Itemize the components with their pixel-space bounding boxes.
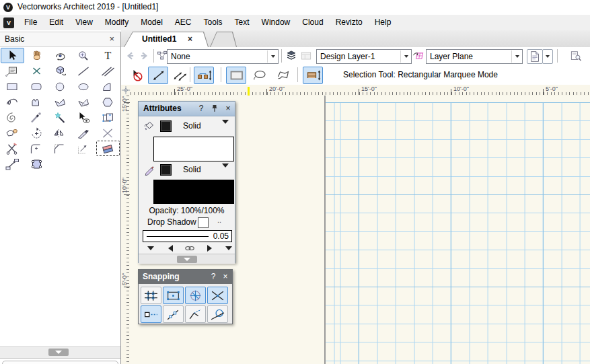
Help[interactable]: Help (369, 15, 398, 30)
help-button[interactable]: ? (196, 104, 206, 113)
new-tab-stub[interactable] (210, 32, 237, 47)
drop-shadow-options[interactable]: .. (217, 216, 221, 224)
layer-plane-select[interactable]: Layer Plane (426, 49, 523, 64)
double-line-tool[interactable] (96, 63, 120, 79)
connect-combine-tool[interactable] (24, 156, 48, 172)
tab-untitled1[interactable]: Untitled1 × (124, 32, 209, 47)
AEC[interactable]: AEC (169, 15, 198, 30)
drag-symbol-insertion-mode[interactable] (303, 67, 323, 84)
pin-icon[interactable] (211, 104, 218, 112)
freehand-tool[interactable] (1, 94, 24, 110)
pen-color-swatch[interactable] (160, 164, 172, 176)
close-icon[interactable]: × (221, 272, 230, 281)
spiral-tool[interactable] (1, 110, 24, 125)
3d-polygon-tool[interactable] (72, 94, 96, 110)
chevron-down-icon[interactable] (400, 50, 411, 63)
rectangular-marquee-mode[interactable] (226, 67, 246, 84)
Revizto[interactable]: Revizto (330, 15, 369, 30)
offset-tool[interactable] (72, 141, 96, 156)
chevron-down-icon[interactable] (511, 50, 522, 63)
fill-color-swatch[interactable] (160, 120, 172, 132)
pen-icon[interactable] (143, 163, 156, 176)
deform-tool[interactable] (1, 125, 24, 141)
duplicate-move-mode[interactable] (170, 67, 190, 84)
Text[interactable]: Text (229, 15, 256, 30)
line-tool[interactable] (72, 63, 96, 79)
Model[interactable]: Model (135, 15, 169, 30)
smart-point-snap[interactable] (141, 305, 161, 323)
attribute-dropdown-left[interactable] (145, 244, 156, 253)
eraser-tool[interactable] (96, 141, 120, 156)
drop-shadow-checkbox[interactable] (198, 217, 209, 228)
forward-button[interactable] (137, 48, 151, 63)
attributes-title-bar[interactable]: Attributes ? × (139, 102, 235, 116)
document-options-button[interactable] (527, 49, 543, 64)
text-tool[interactable] (96, 48, 120, 63)
oval-tool[interactable] (72, 79, 96, 94)
View[interactable]: View (69, 15, 99, 30)
rectangle-tool[interactable] (1, 79, 24, 94)
clip-tool[interactable] (1, 141, 24, 156)
tab-close-icon[interactable]: × (188, 34, 192, 44)
fill-preview[interactable] (153, 137, 234, 161)
saved-view-select[interactable]: None (167, 49, 279, 64)
circle-tool[interactable] (48, 79, 72, 94)
Modify[interactable]: Modify (99, 15, 135, 30)
design-layer-select[interactable]: Design Layer-1 (316, 49, 412, 64)
palette-collapse-button[interactable] (48, 349, 69, 356)
tangent-snap[interactable] (207, 305, 228, 323)
Edit[interactable]: Edit (43, 15, 69, 30)
fillet-tool[interactable] (24, 141, 48, 156)
grid-snap[interactable] (141, 287, 161, 304)
chevron-down-icon[interactable] (222, 168, 229, 180)
previous-attributes-button[interactable] (165, 244, 176, 253)
Tools[interactable]: Tools (198, 15, 229, 30)
delete-tool[interactable] (24, 63, 48, 79)
distance-snap[interactable] (163, 305, 184, 323)
translate-3d-tool[interactable] (48, 63, 72, 79)
File[interactable]: File (18, 15, 43, 30)
chamfer-tool[interactable] (48, 141, 72, 156)
attributes-collapse-button[interactable] (177, 256, 197, 263)
viewports-button[interactable] (299, 48, 313, 63)
flyover-tool[interactable] (48, 48, 72, 63)
smart-edge-snap[interactable] (185, 305, 206, 323)
link-attributes-icon[interactable] (184, 244, 195, 253)
pen-style-value[interactable]: Solid (183, 165, 201, 174)
disabled-interactive-mode[interactable] (126, 67, 147, 84)
object-snap[interactable] (163, 287, 184, 304)
clip-frame-tool[interactable] (96, 110, 120, 125)
close-icon[interactable]: × (109, 34, 114, 44)
pan-tool[interactable] (24, 48, 48, 63)
selection-tool[interactable] (1, 48, 24, 63)
document-options-dropdown[interactable] (542, 49, 553, 64)
trim-tool[interactable] (96, 125, 120, 141)
intersection-snap[interactable] (207, 287, 228, 304)
select-similar-tool[interactable] (72, 110, 96, 125)
attribute-dropdown-right[interactable] (223, 244, 234, 253)
pen-preview[interactable] (153, 180, 234, 204)
layers-button[interactable] (285, 48, 298, 63)
page-zoom-button[interactable] (569, 48, 583, 63)
close-icon[interactable]: × (223, 104, 233, 113)
polygon-tool[interactable] (48, 94, 72, 110)
move-by-points-mode[interactable] (148, 67, 168, 84)
arc-tool[interactable] (96, 79, 120, 94)
back-button[interactable] (124, 48, 137, 63)
layer-plane-button[interactable] (412, 48, 425, 63)
attribute-wand-tool[interactable] (48, 110, 72, 125)
resize-tool[interactable] (1, 156, 24, 172)
zoom-tool[interactable] (72, 48, 96, 63)
regular-polygon-tool[interactable] (96, 94, 120, 110)
polyline-tool[interactable] (24, 94, 48, 110)
fill-bucket-icon[interactable] (143, 120, 156, 132)
callout-tool[interactable] (1, 63, 24, 79)
next-attributes-button[interactable] (204, 244, 215, 253)
rotate-tool[interactable] (24, 125, 48, 141)
angle-snap[interactable] (185, 287, 206, 304)
rounded-rectangle-tool[interactable] (24, 79, 48, 94)
line-weight-field[interactable]: 0.05 (143, 230, 232, 242)
Cloud[interactable]: Cloud (296, 15, 329, 30)
chevron-down-icon[interactable] (222, 124, 229, 136)
snapping-title-bar[interactable]: Snapping ? × (139, 270, 232, 284)
